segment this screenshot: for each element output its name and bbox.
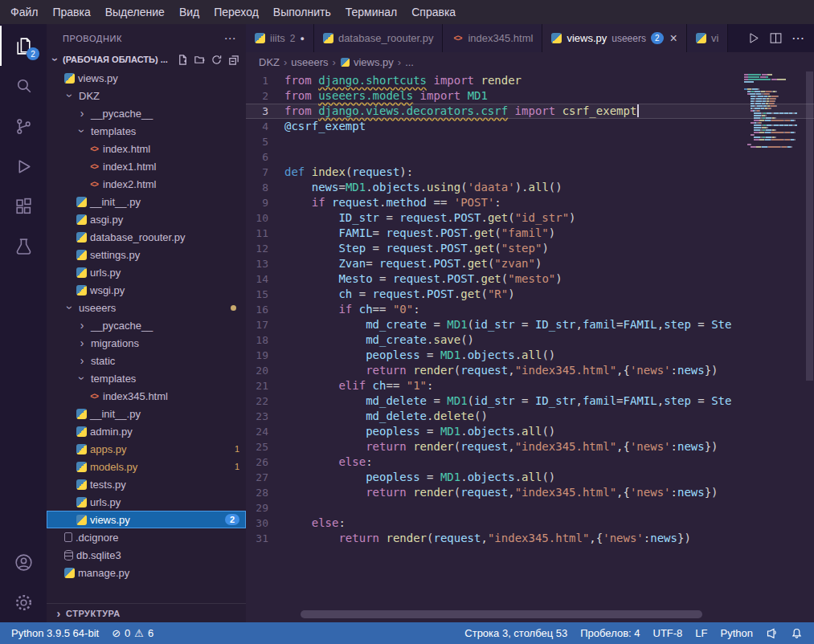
scrollbar-thumb[interactable] <box>301 610 702 618</box>
tree-item[interactable]: db.sqlite3 <box>47 546 246 564</box>
indentation-setting[interactable]: Пробелов: 4 <box>574 627 646 639</box>
tree-item[interactable]: settings.py <box>47 246 246 263</box>
tab-iiits[interactable]: iiits2● <box>246 24 314 52</box>
line-number[interactable]: 4 <box>246 119 284 134</box>
line-number[interactable]: 13 <box>246 256 284 271</box>
tree-item[interactable]: .dcignore <box>47 528 246 546</box>
testing-view-button[interactable] <box>0 226 47 267</box>
new-file-icon[interactable] <box>177 54 189 66</box>
refresh-icon[interactable] <box>211 54 223 66</box>
breadcrumb-item[interactable]: DKZ <box>259 56 280 68</box>
tab-database-roouter-py[interactable]: database_roouter.py <box>314 24 444 52</box>
tree-item[interactable]: <>index.html <box>47 140 246 157</box>
settings-button[interactable] <box>0 582 47 622</box>
line-number[interactable]: 10 <box>246 210 284 226</box>
tree-item[interactable]: ›migrations <box>47 334 246 352</box>
tree-item[interactable]: <>index1.html <box>47 157 246 175</box>
tab-index345-html[interactable]: <>index345.html <box>443 24 542 52</box>
code-line[interactable]: 6 <box>246 149 814 165</box>
explorer-view-button[interactable]: 2 <box>0 26 47 66</box>
vertical-scrollbar[interactable] <box>806 71 813 381</box>
code-line[interactable]: 9 if request.method == 'POST': <box>246 195 814 210</box>
line-number[interactable]: 8 <box>246 180 284 195</box>
tree-item[interactable]: database_roouter.py <box>47 228 246 246</box>
line-number[interactable]: 17 <box>246 317 284 332</box>
menu-item[interactable]: Файл <box>3 2 45 22</box>
language-mode[interactable]: Python <box>714 627 759 639</box>
code-line[interactable]: 14 Mesto = request.POST.get("mesto") <box>246 271 814 287</box>
notifications-button[interactable] <box>784 627 809 639</box>
tree-item[interactable]: views.py <box>47 69 246 87</box>
run-python-file-button[interactable] <box>747 31 760 45</box>
line-number[interactable]: 22 <box>246 393 284 409</box>
code-line[interactable]: 13 Zvan= request.POST.get("zvan") <box>246 256 814 271</box>
code-line[interactable]: 16 if ch== "0": <box>246 302 814 317</box>
line-number[interactable]: 2 <box>246 88 284 104</box>
tree-item[interactable]: ›__pycache__ <box>47 316 246 334</box>
minimap[interactable] <box>744 74 804 149</box>
tab-views-py[interactable]: views.pyuseeers2× <box>542 24 686 52</box>
code-line[interactable]: 25 return render(request,"index345.html"… <box>246 439 814 454</box>
code-line[interactable]: 26 else: <box>246 454 814 470</box>
line-number[interactable]: 15 <box>246 287 284 302</box>
line-number[interactable]: 16 <box>246 302 284 317</box>
feedback-button[interactable] <box>759 627 784 639</box>
tree-item[interactable]: admin.py <box>47 422 246 440</box>
menu-item[interactable]: Переход <box>207 2 266 22</box>
cursor-position[interactable]: Строка 3, столбец 53 <box>458 627 574 639</box>
tree-item[interactable]: ›static <box>47 352 246 369</box>
source-control-view-button[interactable] <box>0 106 47 146</box>
code-line[interactable]: 22 md_delete = MD1(id_str = ID_str,famil… <box>246 393 814 409</box>
code-line[interactable]: 19 peopless = MD1.objects.all() <box>246 348 814 363</box>
tree-item[interactable]: views.py2 <box>47 511 246 528</box>
menu-item[interactable]: Выполнить <box>266 2 338 22</box>
tree-item[interactable]: ›templates <box>47 122 246 140</box>
tree-item[interactable]: <>index345.html <box>47 387 246 405</box>
code-line[interactable]: 30 else: <box>246 516 814 531</box>
menu-item[interactable]: Правка <box>45 2 97 22</box>
tree-item[interactable]: wsgi.py <box>47 281 246 299</box>
extensions-view-button[interactable] <box>0 186 47 226</box>
code-line[interactable]: 8 news=MD1.objects.using('daata').all() <box>246 180 814 195</box>
code-line[interactable]: 20 return render(request,"index345.html"… <box>246 363 814 378</box>
code-line[interactable]: 3from django.views.decorators.csrf impor… <box>246 104 814 119</box>
line-number[interactable]: 30 <box>246 516 284 531</box>
run-debug-view-button[interactable] <box>0 146 47 186</box>
line-number[interactable]: 7 <box>246 165 284 180</box>
line-number[interactable]: 27 <box>246 470 284 485</box>
outline-section-header[interactable]: › СТРУКТУРА <box>47 603 246 622</box>
collapse-all-icon[interactable] <box>227 54 239 66</box>
code-line[interactable]: 28 return render(request,"index345.html"… <box>246 485 814 500</box>
tree-item[interactable]: asgi.py <box>47 210 246 228</box>
line-number[interactable]: 20 <box>246 363 284 378</box>
eol-setting[interactable]: LF <box>689 627 714 639</box>
code-line[interactable]: 10 ID_str = request.POST.get("id_str") <box>246 210 814 226</box>
code-line[interactable]: 24 peopless = MD1.objects.all() <box>246 424 814 439</box>
breadcrumb-item[interactable]: ... <box>405 56 414 68</box>
line-number[interactable]: 26 <box>246 454 284 470</box>
tree-item[interactable]: ›DKZ <box>47 87 246 104</box>
line-number[interactable]: 24 <box>246 424 284 439</box>
tree-item[interactable]: <>index2.html <box>47 175 246 193</box>
line-number[interactable]: 18 <box>246 332 284 348</box>
code-line[interactable]: 31 return render(request,"index345.html"… <box>246 531 814 546</box>
breadcrumb-item[interactable]: views.py <box>340 56 394 68</box>
line-number[interactable]: 1 <box>246 73 284 88</box>
more-actions-icon[interactable]: ⋯ <box>792 31 804 46</box>
line-number[interactable]: 19 <box>246 348 284 363</box>
menu-item[interactable]: Терминал <box>338 2 404 22</box>
line-number[interactable]: 25 <box>246 439 284 454</box>
breadcrumb-item[interactable]: useeers <box>291 56 328 68</box>
line-number[interactable]: 12 <box>246 241 284 256</box>
code-line[interactable]: 2from useeers.models import MD1 <box>246 88 814 104</box>
problems-indicator[interactable]: ⊘ 0 ⚠ 6 <box>105 627 160 639</box>
line-number[interactable]: 21 <box>246 378 284 393</box>
account-button[interactable] <box>0 542 47 582</box>
line-number[interactable]: 11 <box>246 226 284 241</box>
menu-item[interactable]: Вид <box>172 2 207 22</box>
encoding-setting[interactable]: UTF-8 <box>647 627 689 639</box>
code-line[interactable]: 21 elif ch== "1": <box>246 378 814 393</box>
code-line[interactable]: 17 md_create = MD1(id_str = ID_str,famil… <box>246 317 814 332</box>
tree-item[interactable]: __init__.py <box>47 193 246 210</box>
new-folder-icon[interactable] <box>194 54 206 66</box>
